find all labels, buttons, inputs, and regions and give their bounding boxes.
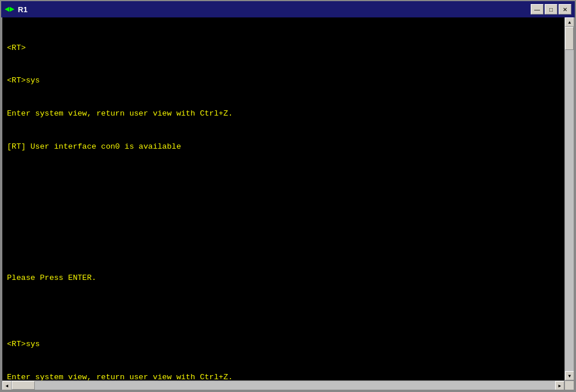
window-controls: — □ ✕ [531, 4, 571, 15]
terminal-line: [RT] User interface con0 is available [7, 142, 562, 153]
scroll-right-button[interactable]: ► [555, 381, 564, 390]
close-button[interactable]: ✕ [559, 4, 571, 15]
terminal-line [7, 240, 562, 251]
app-icon: ◄► [5, 5, 15, 14]
scroll-left-button[interactable]: ◄ [2, 381, 12, 390]
scroll-track-h[interactable] [12, 381, 555, 390]
scroll-up-button[interactable]: ▲ [565, 17, 574, 27]
scroll-thumb-h[interactable] [12, 381, 35, 390]
scroll-track-v[interactable] [565, 27, 574, 371]
horizontal-scrollbar[interactable]: ◄ ► [2, 380, 564, 390]
maximize-button[interactable]: □ [545, 4, 557, 15]
terminal-line: <RT>sys [7, 75, 562, 87]
terminal-line: <RT> [7, 43, 562, 54]
scrollbar-corner [564, 380, 574, 390]
scroll-thumb-v[interactable] [565, 27, 574, 50]
minimize-button[interactable]: — [531, 4, 543, 15]
scroll-down-button[interactable]: ▼ [565, 371, 574, 380]
window-title: R1 [18, 5, 28, 14]
terminal-line: Please Press ENTER. [7, 273, 562, 284]
terminal-line [7, 306, 562, 317]
terminal-line [7, 174, 562, 185]
main-window: ◄► R1 — □ ✕ ▲ ▼ ◄ ► [0, 0, 576, 392]
terminal-line: Enter system view, return user view with… [7, 109, 562, 120]
title-bar: ◄► R1 — □ ✕ [1, 1, 575, 17]
terminal-content[interactable]: <RT> <RT>sys Enter system view, return u… [2, 17, 574, 390]
terminal-line: <RT>sys [7, 339, 562, 350]
title-bar-left: ◄► R1 [5, 5, 27, 14]
vertical-scrollbar[interactable]: ▲ ▼ [564, 17, 574, 380]
terminal-wrapper: ▲ ▼ ◄ ► <RT> <RT>sys Enter system view, … [1, 17, 575, 391]
terminal-line [7, 207, 562, 218]
